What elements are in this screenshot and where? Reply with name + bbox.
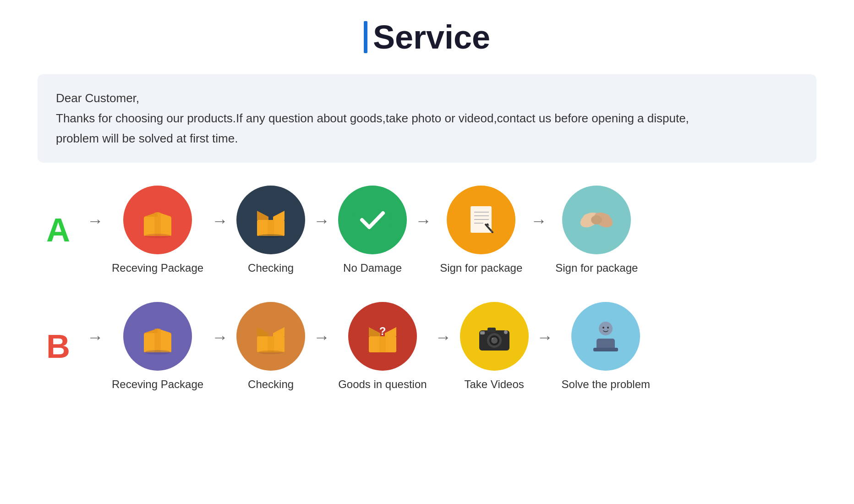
svg-point-10 bbox=[258, 234, 284, 238]
info-line2: Thanks for choosing our products.If any … bbox=[56, 108, 798, 128]
label-b-2: Checking bbox=[248, 378, 294, 391]
icon-a-receiving bbox=[123, 186, 192, 254]
label-b-1: Receving Package bbox=[112, 378, 203, 391]
title-accent-bar bbox=[364, 21, 367, 53]
svg-point-47 bbox=[504, 330, 508, 334]
step-a-1: Receving Package bbox=[112, 186, 203, 274]
svg-marker-37 bbox=[385, 327, 396, 336]
step-b-1: Receving Package bbox=[112, 302, 203, 391]
arrow-a-2: → bbox=[305, 211, 338, 230]
label-b-5: Solve the problem bbox=[562, 378, 650, 391]
step-a-3: No Damage bbox=[338, 186, 407, 274]
flow-rows: A → Receving Package → bbox=[38, 186, 816, 391]
svg-marker-32 bbox=[273, 327, 285, 336]
svg-rect-9 bbox=[268, 220, 274, 236]
label-a-5: Sign for package bbox=[555, 262, 638, 274]
svg-point-4 bbox=[145, 234, 170, 238]
step-a-2: Checking bbox=[236, 186, 305, 274]
icon-b-receiving bbox=[123, 302, 192, 371]
step-b-3: ? Goods in question bbox=[338, 302, 427, 391]
svg-marker-7 bbox=[273, 211, 285, 220]
arrow-b-0: → bbox=[79, 328, 112, 347]
icon-a-nodamage bbox=[338, 186, 407, 254]
arrow-a-4: → bbox=[522, 211, 555, 230]
svg-point-51 bbox=[602, 327, 604, 329]
icon-a-checking bbox=[236, 186, 305, 254]
icon-b-solve bbox=[571, 302, 640, 371]
icon-b-question: ? bbox=[348, 302, 417, 371]
info-line1: Dear Customer, bbox=[56, 88, 798, 108]
label-a-3: No Damage bbox=[343, 262, 402, 274]
label-a-4: Sign for package bbox=[440, 262, 522, 274]
svg-point-48 bbox=[599, 322, 613, 335]
label-a-1: Receving Package bbox=[112, 262, 203, 274]
svg-marker-6 bbox=[257, 211, 268, 220]
label-b-3: Goods in question bbox=[338, 378, 427, 391]
arrow-b-4: → bbox=[529, 328, 562, 347]
info-line3: problem will be solved at first time. bbox=[56, 128, 798, 148]
svg-point-34 bbox=[258, 351, 284, 354]
row-b: B → Receving Package → bbox=[38, 302, 816, 391]
icon-b-checking bbox=[236, 302, 305, 371]
svg-rect-28 bbox=[154, 329, 161, 352]
arrow-b-3: → bbox=[427, 328, 460, 347]
row-b-letter: B bbox=[38, 328, 79, 365]
svg-rect-50 bbox=[593, 348, 618, 351]
svg-rect-33 bbox=[268, 336, 274, 352]
icon-a-sign1 bbox=[447, 186, 515, 254]
svg-point-44 bbox=[492, 338, 493, 340]
svg-point-52 bbox=[607, 327, 609, 329]
arrow-b-2: → bbox=[305, 328, 338, 347]
svg-rect-3 bbox=[154, 212, 161, 236]
label-a-2: Checking bbox=[248, 262, 294, 274]
arrow-b-1: → bbox=[203, 328, 236, 347]
label-b-4: Take Videos bbox=[464, 378, 524, 391]
svg-marker-36 bbox=[369, 327, 380, 336]
svg-rect-45 bbox=[487, 328, 496, 332]
arrow-a-0: → bbox=[79, 211, 112, 230]
step-a-5: Sign for package bbox=[555, 186, 638, 274]
svg-rect-38 bbox=[379, 336, 386, 352]
svg-rect-46 bbox=[480, 331, 485, 334]
page-title: Service bbox=[373, 18, 490, 56]
svg-marker-31 bbox=[257, 327, 268, 336]
row-a: A → Receving Package → bbox=[38, 186, 816, 274]
info-box: Dear Customer, Thanks for choosing our p… bbox=[38, 74, 816, 163]
svg-point-11 bbox=[354, 202, 391, 238]
svg-point-29 bbox=[145, 350, 170, 355]
page-title-container: Service bbox=[364, 18, 490, 56]
step-a-4: Sign for package bbox=[440, 186, 522, 274]
step-b-2: Checking bbox=[236, 302, 305, 391]
row-a-letter: A bbox=[38, 211, 79, 249]
icon-a-sign2 bbox=[562, 186, 631, 254]
step-b-4: Take Videos bbox=[460, 302, 529, 391]
arrow-a-1: → bbox=[203, 211, 236, 230]
icon-b-camera bbox=[460, 302, 529, 371]
step-b-5: Solve the problem bbox=[562, 302, 650, 391]
svg-text:?: ? bbox=[379, 325, 386, 337]
arrow-a-3: → bbox=[407, 211, 440, 230]
svg-point-22 bbox=[591, 215, 602, 225]
